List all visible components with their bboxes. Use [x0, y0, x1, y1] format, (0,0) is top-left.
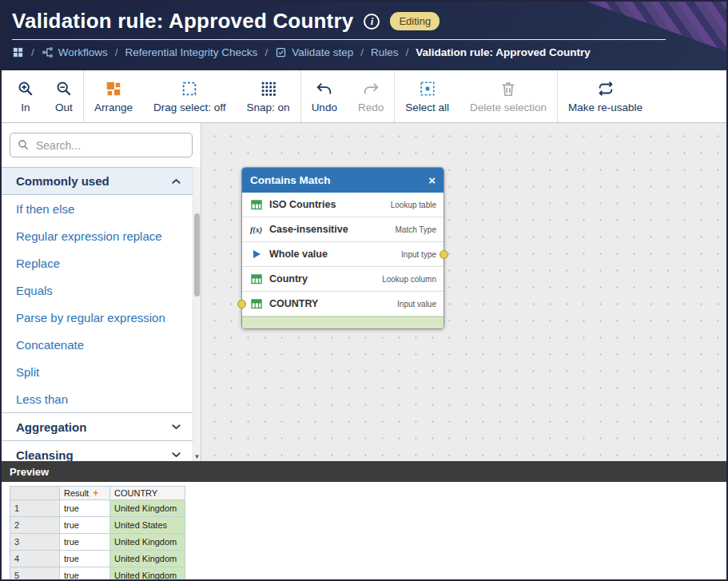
search-input[interactable]	[10, 133, 193, 157]
toolbar-button-select-all[interactable]: Select all	[395, 70, 459, 122]
toolbar-button-label: Select all	[405, 101, 449, 113]
header: Validation rule: Approved Country i Edit…	[2, 2, 726, 70]
breadcrumb-item-validate-step[interactable]: Validate step	[275, 46, 353, 58]
table-icon	[249, 199, 263, 210]
table-row: 3trueUnited Kingdom	[10, 534, 185, 551]
breadcrumb-item-workflows[interactable]: Workflows	[42, 46, 108, 58]
drag-select-icon	[181, 80, 198, 97]
country-cell[interactable]: United States	[110, 517, 185, 534]
input-port[interactable]	[237, 300, 246, 308]
row-number-cell[interactable]: 1	[10, 500, 60, 517]
node-row-role: Input type	[401, 250, 436, 259]
node-row-value: ISO Countries	[269, 199, 336, 210]
breadcrumb: /Workflows/Referential Integrity Checks/…	[2, 40, 726, 58]
country-cell[interactable]: United Kingdom	[110, 551, 185, 567]
node-title: Contains Match	[250, 174, 331, 186]
node-row-country[interactable]: COUNTRYInput value	[242, 292, 444, 316]
table-row: 4trueUnited Kingdom	[10, 551, 185, 567]
node-row-role: Lookup column	[382, 275, 436, 284]
row-number-cell[interactable]: 2	[10, 517, 60, 534]
workflow-canvas[interactable]: Contains Match × ISO CountriesLookup tab…	[201, 123, 726, 461]
apps-grid-icon[interactable]	[12, 46, 24, 58]
sidebar-item-equals[interactable]: Equals	[2, 277, 201, 304]
node-row-value: Case-insensitive	[269, 224, 348, 235]
breadcrumb-item-rules[interactable]: Rules	[371, 46, 399, 58]
result-cell[interactable]: true	[60, 567, 110, 580]
country-cell[interactable]: United Kingdom	[110, 534, 185, 551]
sidebar-section-aggregation[interactable]: Aggregation	[2, 412, 201, 440]
sidebar-section-cleansing[interactable]: Cleansing	[2, 440, 201, 461]
table-row: 1trueUnited Kingdom	[10, 500, 185, 517]
toolbar-button-undo[interactable]: Undo	[301, 70, 348, 122]
breadcrumb-separator: /	[405, 46, 408, 58]
breadcrumb-item-validation-rule-approved-country: Validation rule: Approved Country	[416, 46, 591, 58]
add-column-icon[interactable]: +	[93, 487, 98, 499]
result-cell[interactable]: true	[60, 500, 110, 517]
toolbar-button-redo: Redo	[348, 70, 394, 122]
info-icon[interactable]: i	[364, 14, 380, 30]
snap-grid-icon	[260, 80, 277, 97]
result-cell[interactable]: true	[60, 517, 110, 534]
sidebar-item-concatenate[interactable]: Concatenate	[2, 331, 201, 358]
node-footer	[242, 316, 444, 328]
toolbar-button-label: Delete selection	[470, 101, 547, 113]
breadcrumb-label: Rules	[371, 46, 399, 58]
chevron-up-icon	[171, 178, 181, 185]
toolbar-button-arrange[interactable]: Arrange	[84, 70, 143, 122]
validate-step-icon	[275, 46, 287, 58]
node-header[interactable]: Contains Match ×	[242, 168, 444, 193]
scrollbar-down-arrow[interactable]: ▼	[193, 454, 201, 460]
node-row-whole-value[interactable]: Whole valueInput type	[242, 242, 444, 267]
table-row: 5trueUnited Kingdom	[10, 567, 185, 580]
breadcrumb-item-referential-integrity-checks[interactable]: Referential Integrity Checks	[125, 46, 258, 58]
sidebar-section-label: Aggregation	[16, 420, 86, 434]
sidebar-item-less-than[interactable]: Less than	[2, 385, 201, 412]
scrollbar-thumb[interactable]	[194, 213, 200, 296]
row-number-cell[interactable]: 4	[10, 551, 60, 567]
row-number-cell[interactable]: 3	[10, 534, 60, 551]
row-number-cell[interactable]: 5	[10, 567, 60, 580]
sidebar-item-parse-by-regular-expression[interactable]: Parse by regular expression	[2, 304, 201, 331]
node-contains-match[interactable]: Contains Match × ISO CountriesLookup tab…	[241, 167, 444, 329]
node-row-iso-countries[interactable]: ISO CountriesLookup table	[242, 193, 444, 217]
sidebar-item-if-then-else[interactable]: If then else	[2, 195, 201, 222]
breadcrumb-separator: /	[360, 46, 364, 58]
country-cell[interactable]: United Kingdom	[110, 567, 185, 580]
sidebar-item-split[interactable]: Split	[2, 358, 201, 385]
sidebar-item-regular-expression-replace[interactable]: Regular expression replace	[2, 222, 201, 249]
result-cell[interactable]: true	[60, 534, 110, 551]
toolbar-button-out[interactable]: Out	[45, 70, 83, 122]
toolbar-button-drag-select-off[interactable]: Drag select: off	[143, 70, 237, 122]
sidebar-item-replace[interactable]: Replace	[2, 249, 201, 277]
breadcrumb-separator: /	[115, 46, 118, 58]
column-header-country[interactable]: COUNTRY	[110, 487, 185, 500]
toolbar-button-label: Drag select: off	[153, 101, 226, 113]
result-cell[interactable]: true	[60, 551, 110, 567]
toolbar-button-snap-on[interactable]: Snap: on	[237, 70, 300, 122]
sidebar-section-commonly-used[interactable]: Commonly used	[2, 167, 201, 195]
node-row-country[interactable]: CountryLookup column	[242, 267, 444, 292]
node-row-value: Whole value	[269, 249, 328, 260]
sidebar-scrollbar[interactable]: ▼	[193, 167, 201, 461]
country-cell[interactable]: United Kingdom	[110, 500, 185, 517]
toolbar: InOutArrangeDrag select: offSnap: onUndo…	[2, 70, 726, 123]
sidebar-section-label: Cleansing	[16, 448, 74, 462]
trash-icon	[499, 80, 517, 97]
function-list: Commonly usedIf then elseRegular express…	[2, 167, 201, 461]
toolbar-button-label: Out	[55, 101, 73, 113]
zoom-out-icon	[55, 80, 73, 97]
close-icon[interactable]: ×	[428, 174, 436, 186]
sidebar: Commonly usedIf then elseRegular express…	[2, 123, 201, 461]
table-corner-cell	[10, 487, 60, 500]
play-icon	[249, 249, 263, 260]
toolbar-button-label: Redo	[358, 101, 384, 113]
search-icon	[17, 138, 30, 151]
node-row-case-insensitive[interactable]: f(x)Case-insensitiveMatch Type	[242, 217, 444, 242]
toolbar-button-label: Arrange	[94, 101, 133, 113]
column-header-result[interactable]: Result+	[60, 487, 110, 500]
toolbar-button-in[interactable]: In	[6, 70, 45, 122]
output-port[interactable]	[440, 250, 448, 259]
preview-title: Preview	[10, 466, 49, 478]
toolbar-button-make-re-usable[interactable]: Make re-usable	[558, 70, 653, 122]
node-row-role: Lookup table	[391, 201, 436, 209]
